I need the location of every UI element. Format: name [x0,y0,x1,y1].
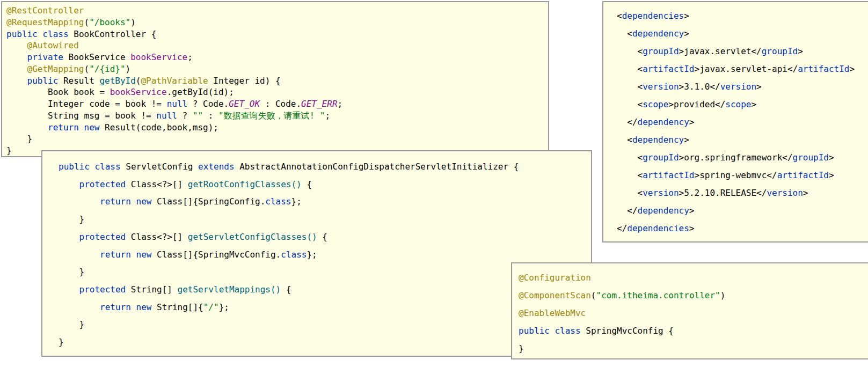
code-token: @Configuration [519,273,591,283]
code-line: @GetMapping("/{id}") [6,63,544,75]
code-token: }; [291,196,302,207]
code-line: return new Class[]{SpringMvcConfig.class… [59,246,575,264]
code-line: return new Result(code,book,msg); [6,122,544,134]
code-token [6,76,27,86]
code-token [59,284,79,295]
code-token: Result [58,76,99,86]
code-token: return [100,302,131,312]
code-panel-springmvcconfig: @Configuration@ComponentScan("com.itheim… [511,262,868,359]
code-token: groupId [793,152,829,163]
code-token: public [6,29,38,39]
code-token [59,196,100,207]
code-token: return [100,196,131,207]
code-token: version [767,188,803,198]
code-token: } [59,267,84,277]
code-token: >3.1.0</ [679,82,720,92]
code-token: < [617,188,643,198]
code-token: Integer code = book != [6,99,167,109]
code-token: ? Code. [187,99,229,109]
code-token: version [643,188,679,198]
code-token: scope [725,99,751,109]
code-token: new [84,122,100,133]
code-token: String[]{ [151,302,203,312]
code-token: } [59,214,84,224]
code-token: { [317,232,327,242]
code-token: @RestController [6,5,84,16]
code-line: @RequestMapping("/books") [6,17,544,28]
code-token: BookController { [69,29,157,39]
code-line: } [6,133,544,145]
code-token: class [281,249,307,260]
code-token: dependency [632,135,684,145]
code-panel-bookcontroller: @RestController@RequestMapping("/books")… [1,1,549,157]
code-line: } [59,334,575,351]
code-token: > [849,64,855,74]
code-token: public [519,326,550,336]
code-token: >provided</ [668,99,725,109]
code-token [6,122,48,133]
code-token: < [617,11,622,21]
code-line: public Result getById(@PathVariable Inte… [6,75,544,87]
code-token: Class<?>[] [126,179,188,189]
code-token: @EnableWebMvc [519,308,586,318]
code-token: } [6,134,32,144]
code-token: ServletConfig [121,161,199,172]
code-token: dependencies [627,223,689,233]
code-line: String msg = book != null ? "" : "数据查询失败… [6,110,544,122]
code-token: @PathVariable [141,76,208,86]
code-token: < [617,46,643,56]
code-token: @GetMapping [27,64,84,74]
code-token: scope [643,99,668,109]
code-token: ) [720,290,726,300]
code-token: { [302,179,312,189]
code-line: protected Class<?>[] getRootConfigClasse… [59,176,575,194]
code-token: >spring-webmvc</ [695,170,777,180]
code-token: < [617,64,643,74]
code-line: </dependency> [617,202,868,219]
code-token [59,179,79,189]
code-line: private BookService bookService; [6,52,544,63]
code-token: "/{id}" [89,64,125,74]
code-line: protected Class<?>[] getServletConfigCla… [59,229,575,246]
code-token: artifactId [777,170,829,180]
code-token: private [27,52,63,62]
code-line: <version>5.2.10.RELEASE</version> [617,184,868,202]
code-line: Integer code = book != null ? Code.GET_O… [6,98,544,110]
code-token: "数据查询失败，请重试! " [218,111,325,121]
code-token: new [136,249,152,260]
code-line: <dependency> [617,131,868,149]
code-line: public class BookController { [6,28,544,40]
code-token: protected [79,284,126,295]
code-line: protected String[] getServletMappings() … [59,281,575,299]
code-token: extends [198,161,234,172]
code-token [90,161,95,172]
code-token: dependency [632,28,684,39]
code-line: <dependencies> [617,7,868,25]
code-token: BookService [63,52,130,62]
code-token: > [829,170,834,180]
code-token: Result(code,book,msg); [99,122,218,133]
code-token: ( [84,64,90,74]
code-token: groupId [643,152,679,163]
code-token: artifactId [643,64,694,74]
code-token [131,302,136,312]
code-token [6,64,27,74]
code-token: ) [126,64,131,74]
code-token: > [684,135,689,145]
code-token: }; [219,302,229,312]
code-token: getServletConfigClasses() [188,232,317,242]
code-line: } [59,263,575,281]
code-line: <artifactId>javax.servlet-api</artifactI… [617,60,868,78]
code-token: ; [187,52,193,62]
code-token: "com.itheima.controller" [596,290,720,300]
code-token: .getById(id); [167,87,234,97]
code-token: > [684,11,689,21]
code-token: </ [617,117,638,127]
code-token: groupId [762,46,798,56]
code-token: } [59,319,84,329]
code-token: @ComponentScan [519,290,591,300]
code-token [6,52,27,62]
code-token: >5.2.10.RELEASE</ [679,188,767,198]
code-token: GET_OK [229,99,260,109]
code-token: String[] [126,284,177,295]
